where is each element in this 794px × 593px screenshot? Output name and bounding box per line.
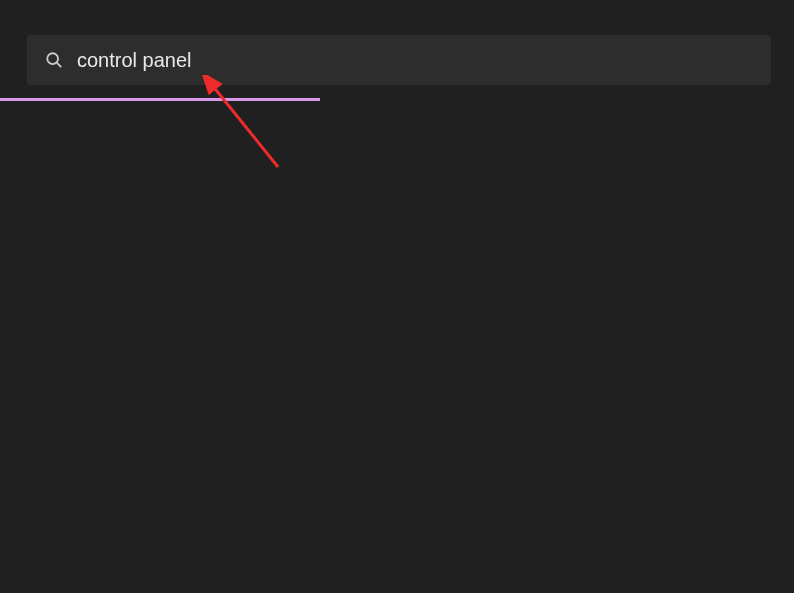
loading-progress-bar	[0, 98, 320, 101]
svg-point-0	[47, 53, 58, 64]
search-icon	[45, 51, 63, 69]
search-bar[interactable]	[27, 35, 771, 85]
svg-line-1	[57, 63, 62, 67]
annotation-arrow	[200, 75, 290, 175]
search-input[interactable]	[77, 49, 753, 72]
